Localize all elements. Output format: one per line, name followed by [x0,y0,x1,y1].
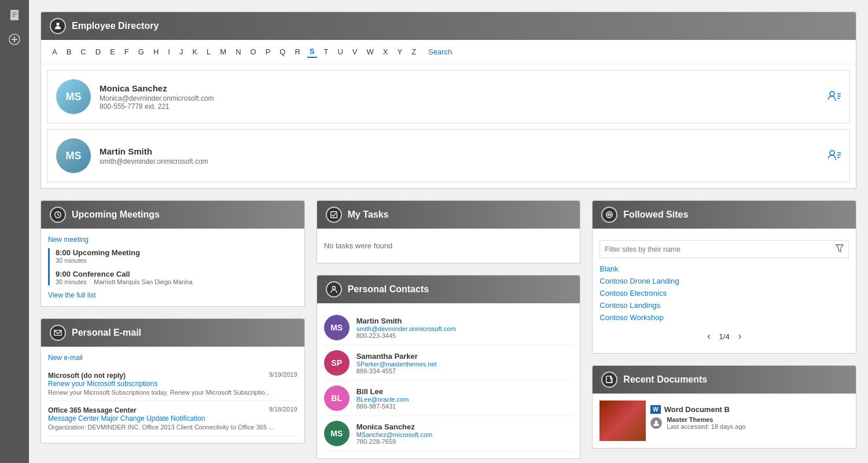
employee-action-1[interactable] [828,149,841,163]
employee-directory-header-icon [50,18,66,34]
contact-email-3[interactable]: MSanchez@microsoft.com [356,431,433,438]
no-tasks-message: No tasks were found [324,236,573,256]
doc-thumb-image-0 [599,400,646,441]
email-item-0: Microsoft (do not reply) 9/19/2019 Renew… [48,366,297,401]
middle-column: My Tasks No tasks were found Personal Co… [317,200,581,459]
alpha-H[interactable]: H [151,46,161,57]
alpha-Q[interactable]: Q [277,46,288,57]
alpha-G[interactable]: G [136,46,146,57]
alpha-O[interactable]: O [248,46,259,57]
site-link-landings[interactable]: Contoso Landings [599,299,849,311]
alpha-D[interactable]: D [93,46,103,57]
svg-point-13 [830,150,834,155]
meeting-item-1: 9:00 Conference Call 30 minutes Marriott… [56,270,297,285]
employee-action-0[interactable] [828,90,841,104]
contact-phone-0: 800-223-3445 [356,332,456,339]
site-link-blank[interactable]: Blank [599,263,849,275]
contact-email-2[interactable]: BLee@oracle.com [356,396,409,403]
meeting-detail-0: 30 minutes [56,257,297,264]
upcoming-meetings-body: New meeting 8:00 Upcoming Meeting 30 min… [41,229,304,306]
prev-page-btn[interactable]: ‹ [707,331,710,341]
personal-email-title: Personal E-mail [72,328,141,338]
alpha-Y[interactable]: Y [395,46,404,57]
meeting-title-1: Conference Call [73,270,130,278]
recent-documents-header: Recent Documents [593,366,856,394]
view-full-list-link[interactable]: View the full list [48,291,297,299]
svg-rect-19 [330,212,337,218]
email-subject-0[interactable]: Renew your Microsoft subscriptions [48,380,297,388]
email-preview-1: Organization: DEVMINDER INC. Office 2013… [48,424,297,431]
alpha-T[interactable]: T [322,46,331,57]
employee-email-1: smith@devminder.onmicrosoft.com [100,157,819,166]
my-tasks-widget: My Tasks No tasks were found [317,200,581,263]
alpha-K[interactable]: K [190,46,200,57]
upcoming-meetings-title: Upcoming Meetings [72,210,160,220]
page-info: 1/4 [719,332,730,341]
contact-avatar-3: MS [324,421,350,446]
contact-email-1[interactable]: SParker@masterthemes.net [356,361,437,368]
alpha-W[interactable]: W [365,46,376,57]
contact-details-3: Monica Sanchez MSanchez@microsoft.com 78… [356,422,433,445]
alpha-E[interactable]: E [108,46,117,57]
next-page-btn[interactable]: › [738,331,741,341]
doc-title-0[interactable]: Word Document B [664,405,730,414]
contact-email-0[interactable]: smith@devminder.onmicrosoft.com [356,325,456,332]
personal-email-body: New e-mail Microsoft (do not reply) 9/19… [41,347,304,443]
site-link-electronics[interactable]: Contoso Electronics [599,287,849,299]
alpha-search[interactable]: Search [426,46,454,57]
doc-row-0: W Word Document B Master Themes Last acc… [599,400,849,441]
alpha-L[interactable]: L [204,46,213,57]
alpha-X[interactable]: X [381,46,391,57]
alpha-C[interactable]: C [78,46,88,57]
my-tasks-body: No tasks were found [317,229,580,263]
alpha-I[interactable]: I [165,46,172,57]
sidebar-plus-icon[interactable] [5,30,24,49]
doc-thumbnail-0 [599,400,646,441]
new-email-link[interactable]: New e-mail [48,354,297,362]
employee-info-1: Martin Smith smith@devminder.onmicrosoft… [100,146,819,166]
contact-item-1: SP Samantha Parker SParker@masterthemes.… [324,346,573,381]
left-column: Upcoming Meetings New meeting 8:00 Upcom… [41,200,305,459]
alpha-P[interactable]: P [263,46,273,57]
alpha-J[interactable]: J [177,46,186,57]
alpha-B[interactable]: B [64,46,74,57]
recent-documents-widget: Recent Documents W Word Document B [592,365,856,449]
personal-email-widget: Personal E-mail New e-mail Microsoft (do… [41,318,305,443]
right-column: Followed Sites Blank Contoso Drone Landi… [592,200,856,459]
my-tasks-header: My Tasks [317,201,580,229]
alpha-F[interactable]: F [122,46,131,57]
personal-email-header: Personal E-mail [41,319,304,347]
recent-documents-title: Recent Documents [623,374,707,385]
sidebar-doc-icon[interactable] [5,6,24,24]
alpha-R[interactable]: R [292,46,302,57]
filter-bar [599,240,849,258]
followed-sites-header: Followed Sites [593,201,856,229]
alpha-Z[interactable]: Z [409,46,418,57]
employee-directory-widget: Employee Directory A B C D E F G H I J K… [41,12,856,189]
recent-documents-body: W Word Document B Master Themes Last acc… [593,394,856,448]
contact-details-1: Samantha Parker SParker@masterthemes.net… [356,352,437,374]
upcoming-meetings-icon [50,207,66,223]
contact-phone-1: 888-334-4557 [356,368,437,374]
word-icon: W [650,405,660,414]
employee-phone-0: 800-555-7778 ext. 221 [100,102,819,111]
personal-contacts-body: MS Martin Smith smith@devminder.onmicros… [317,303,580,458]
email-sender-1: Office 365 Message Center 9/18/2019 [48,406,297,414]
site-link-drone[interactable]: Contoso Drone Landing [599,275,849,287]
svg-point-20 [332,286,335,289]
filter-sites-input[interactable] [600,242,831,257]
employee-name-1: Martin Smith [100,146,819,156]
three-col-layout: Upcoming Meetings New meeting 8:00 Upcom… [41,200,856,459]
alpha-M[interactable]: M [218,46,229,57]
alpha-N[interactable]: N [233,46,243,57]
alpha-V[interactable]: V [350,46,360,57]
email-subject-1[interactable]: Message Center Major Change Update Notif… [48,414,297,422]
alpha-U[interactable]: U [335,46,345,57]
alpha-S[interactable]: S [307,46,317,58]
new-meeting-link[interactable]: New meeting [48,236,297,244]
doc-author-info: Master Themes Last accessed: 18 days ago [667,416,745,430]
followed-sites-body: Blank Contoso Drone Landing Contoso Elec… [593,229,856,353]
site-link-workshop[interactable]: Contoso Workshop [599,311,849,324]
personal-contacts-title: Personal Contacts [348,284,429,295]
alpha-A[interactable]: A [50,46,60,57]
